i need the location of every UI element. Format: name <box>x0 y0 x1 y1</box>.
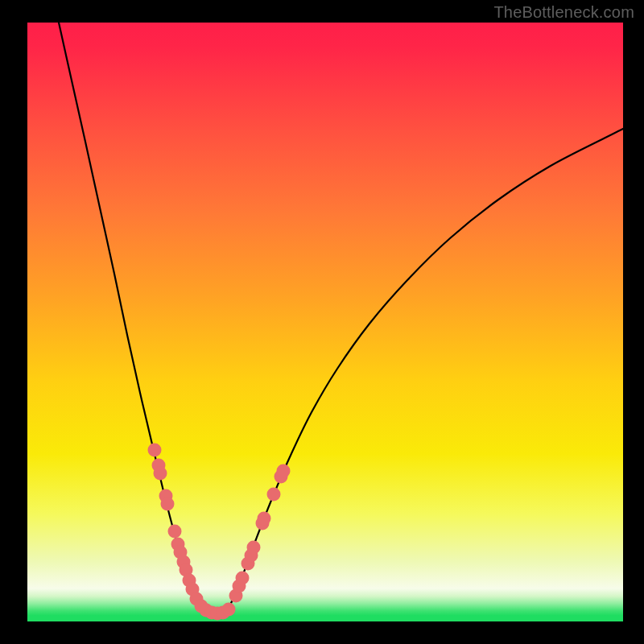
data-dot <box>267 488 281 502</box>
plot-area <box>27 23 623 621</box>
data-dot <box>247 541 261 555</box>
watermark-text: TheBottleneck.com <box>493 3 634 22</box>
data-dot <box>161 497 175 511</box>
data-dot <box>258 512 271 526</box>
data-dots <box>148 444 291 621</box>
data-dot <box>222 603 236 617</box>
data-dot <box>168 525 182 539</box>
right-curve <box>227 129 623 612</box>
data-dot <box>277 464 291 478</box>
curves-layer <box>27 23 623 621</box>
left-curve <box>59 23 200 612</box>
outer-frame: TheBottleneck.com <box>0 0 644 644</box>
data-dot <box>148 444 162 457</box>
data-dot <box>154 467 167 481</box>
data-dot <box>236 572 250 585</box>
